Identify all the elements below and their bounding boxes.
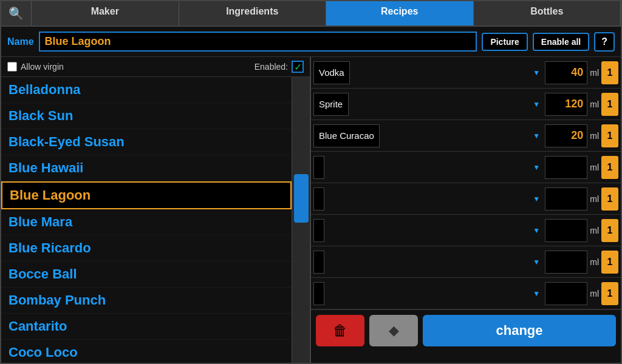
- ml-label-2: ml: [587, 99, 601, 109]
- amount-input-8[interactable]: [545, 282, 587, 305]
- ml-label-7: ml: [587, 257, 601, 267]
- slot-button-8[interactable]: 1: [601, 282, 618, 305]
- ml-label-3: ml: [587, 131, 601, 141]
- ingredient-row-5: ml 1: [311, 183, 621, 215]
- slot-button-7[interactable]: 1: [601, 251, 618, 274]
- ingredient-select-wrapper-2: Sprite: [313, 93, 545, 116]
- slot-button-2[interactable]: 1: [601, 93, 618, 116]
- ml-label-5: ml: [587, 194, 601, 204]
- ingredient-select-wrapper-5: [313, 187, 545, 211]
- recipe-item[interactable]: Bocce Ball: [1, 261, 292, 288]
- ingredient-select-wrapper-6: [313, 219, 545, 242]
- ml-label-1: ml: [587, 68, 601, 78]
- erase-button[interactable]: ◆: [369, 315, 418, 346]
- amount-input-7[interactable]: [545, 251, 587, 274]
- recipe-item[interactable]: Coco Loco: [1, 340, 292, 363]
- ml-label-6: ml: [587, 226, 601, 235]
- ingredient-row-1: Vodka ml 1: [311, 57, 621, 89]
- ingredient-row-8: ml 1: [311, 278, 621, 309]
- recipe-item[interactable]: Belladonna: [1, 77, 292, 103]
- ingredient-row-6: ml 1: [311, 215, 621, 246]
- amount-input-2[interactable]: [545, 93, 587, 116]
- ingredient-select-4[interactable]: [313, 156, 324, 179]
- ingredient-select-wrapper-7: [313, 251, 545, 274]
- ingredient-row-4: ml 1: [311, 152, 621, 183]
- ingredient-select-8[interactable]: [313, 282, 324, 305]
- recipe-item[interactable]: Black-Eyed Susan: [1, 129, 292, 155]
- ingredient-select-5[interactable]: [313, 187, 324, 211]
- ml-label-8: ml: [587, 289, 601, 298]
- ingredient-select-wrapper-8: [313, 282, 545, 305]
- scrollbar-thumb[interactable]: [294, 174, 309, 223]
- app-container: 🔍 Maker Ingredients Recipes Bottles Name…: [0, 0, 622, 364]
- help-button[interactable]: ?: [594, 32, 615, 52]
- ingredient-row-7: ml 1: [311, 246, 621, 278]
- options-row: Allow virgin Enabled: ✓: [1, 57, 310, 77]
- change-button[interactable]: change: [423, 315, 616, 346]
- main-content: Allow virgin Enabled: ✓ Belladonna Black…: [1, 57, 621, 363]
- list-container: Belladonna Black Sun Black-Eyed Susan Bl…: [1, 77, 310, 363]
- amount-input-4[interactable]: [545, 156, 587, 179]
- recipe-item-selected[interactable]: Blue Lagoon: [1, 181, 292, 209]
- slot-button-5[interactable]: 1: [601, 187, 618, 211]
- enabled-checkbox[interactable]: ✓: [292, 61, 304, 73]
- recipe-list: Belladonna Black Sun Black-Eyed Susan Bl…: [1, 77, 292, 363]
- slot-button-3[interactable]: 1: [601, 124, 618, 147]
- name-input[interactable]: [39, 32, 477, 52]
- delete-button[interactable]: 🗑: [316, 315, 364, 346]
- recipe-item[interactable]: Blue Ricardo: [1, 235, 292, 261]
- tab-bottles[interactable]: Bottles: [474, 1, 621, 25]
- scrollbar-track: [292, 77, 310, 363]
- ingredient-select-2[interactable]: Sprite: [313, 93, 349, 116]
- tab-ingredients[interactable]: Ingredients: [179, 1, 327, 25]
- slot-button-6[interactable]: 1: [601, 219, 618, 242]
- allow-virgin-label[interactable]: Allow virgin: [7, 62, 64, 72]
- amount-input-6[interactable]: [545, 219, 587, 242]
- allow-virgin-checkbox[interactable]: [7, 62, 17, 72]
- picture-button[interactable]: Picture: [482, 33, 527, 51]
- ingredient-select-wrapper-3: Blue Curacao: [313, 124, 545, 147]
- ingredient-select-7[interactable]: [313, 251, 324, 274]
- search-icon: 🔍: [9, 6, 24, 21]
- recipe-item[interactable]: Cantarito: [1, 314, 292, 340]
- tab-maker[interactable]: Maker: [32, 1, 179, 25]
- ml-label-4: ml: [587, 163, 601, 172]
- ingredient-select-3[interactable]: Blue Curacao: [313, 124, 380, 147]
- amount-input-1[interactable]: [545, 61, 587, 84]
- amount-input-5[interactable]: [545, 187, 587, 211]
- amount-input-3[interactable]: [545, 124, 587, 147]
- ingredient-row-2: Sprite ml 1: [311, 89, 621, 120]
- delete-icon: 🗑: [333, 322, 347, 339]
- recipe-item[interactable]: Blue Mara: [1, 209, 292, 235]
- right-panel: Vodka ml 1 Sprite ml 1: [311, 57, 621, 363]
- name-label: Name: [7, 36, 34, 47]
- name-row: Name Picture Enable all ?: [1, 27, 621, 57]
- recipe-item[interactable]: Black Sun: [1, 103, 292, 129]
- enabled-label-text: Enabled:: [255, 62, 288, 72]
- tab-recipes[interactable]: Recipes: [326, 1, 474, 25]
- bottom-bar: 🗑 ◆ change: [311, 309, 621, 351]
- slot-button-1[interactable]: 1: [601, 61, 618, 84]
- erase-icon: ◆: [389, 323, 399, 339]
- recipe-item[interactable]: Bombay Punch: [1, 288, 292, 314]
- slot-button-4[interactable]: 1: [601, 156, 618, 179]
- ingredient-select-1[interactable]: Vodka: [313, 61, 350, 84]
- ingredient-select-wrapper-1: Vodka: [313, 61, 545, 84]
- ingredient-select-6[interactable]: [313, 219, 324, 242]
- recipe-item[interactable]: Blue Hawaii: [1, 155, 292, 181]
- ingredient-row-3: Blue Curacao ml 1: [311, 120, 621, 152]
- enabled-row: Enabled: ✓: [255, 61, 304, 73]
- tabs-bar: 🔍 Maker Ingredients Recipes Bottles: [1, 1, 621, 27]
- tab-search[interactable]: 🔍: [1, 1, 32, 25]
- enable-all-button[interactable]: Enable all: [533, 33, 589, 51]
- left-panel: Allow virgin Enabled: ✓ Belladonna Black…: [1, 57, 311, 363]
- ingredient-select-wrapper-4: [313, 156, 545, 179]
